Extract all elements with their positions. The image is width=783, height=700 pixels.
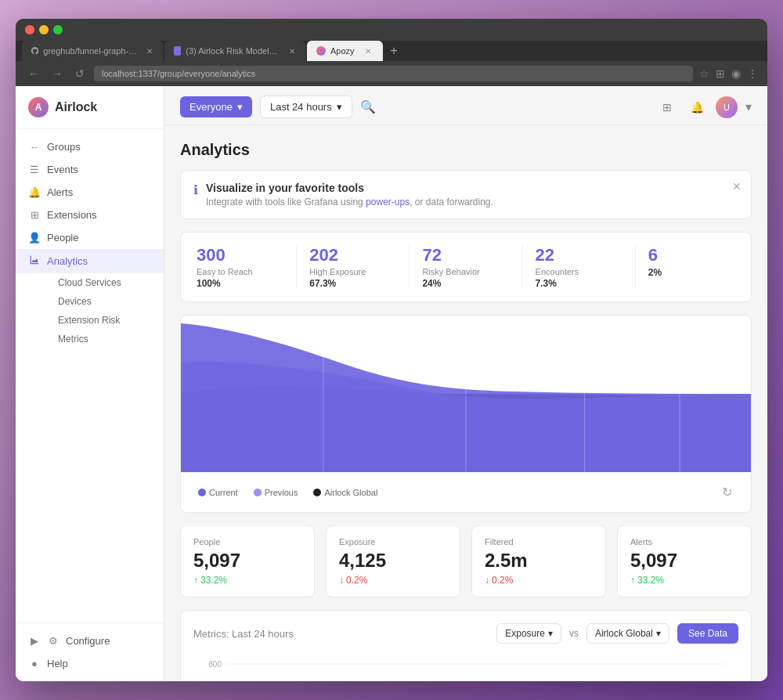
tab-apozy-favicon [316,46,326,56]
sidebar-item-extensions[interactable]: ⊞ Extensions [16,204,164,226]
sub-cloud-services[interactable]: Cloud Services [45,273,164,292]
stat-pct-4: 2% [648,267,735,278]
main-content: Everyone ▾ Last 24 hours ▾ 🔍 ⊞ 🔔 U ▾ [164,86,767,681]
bottom-section: Metrics: Last 24 hours Exposure ▾ vs Air… [180,610,752,681]
legend-previous-dot [254,489,262,496]
exposure-select[interactable]: Exposure ▾ [496,623,561,644]
sidebar-item-people[interactable]: 👤 People [16,226,164,249]
close-button[interactable] [25,25,34,34]
logo-text: Airlock [55,100,97,114]
grid-view-button[interactable]: ⊞ [656,96,678,118]
sidebar-item-help[interactable]: ● Help [16,652,164,675]
url-input[interactable]: localhost:1337/group/everyone/analytics [94,66,693,81]
fullscreen-button[interactable] [53,25,63,34]
sidebar: A Airlock ← Groups ☰ Events 🔔 Alerts ⊞ [16,86,164,681]
legend-current: Current [198,488,238,497]
header-right: ⊞ 🔔 U ▾ [656,96,752,118]
legend-previous: Previous [254,488,298,497]
extensions-icon: ⊞ [28,209,41,221]
sub-devices[interactable]: Devices [45,292,164,311]
metric-change-filtered: ↓ 0.2% [485,575,593,586]
sidebar-item-analytics[interactable]: Analytics [16,249,164,273]
sidebar-item-groups[interactable]: ← Groups [16,135,164,158]
sidebar-item-events[interactable]: ☰ Events [16,158,164,181]
profile-icon[interactable]: ◉ [731,67,741,80]
bookmark-icon[interactable]: ☆ [699,67,709,80]
metrics-cards: People 5,097 ↑ 33.2% Exposure 4,125 ↓ 0.… [180,525,752,597]
stat-label-0: Easy to Reach [197,267,283,276]
tab-github-close[interactable]: ✕ [145,45,153,56]
banner-title: Visualize in your favorite tools [206,182,493,194]
banner-close-button[interactable]: ✕ [732,180,742,193]
tab-airlock[interactable]: (3) Airlock Risk Model | Funne... ✕ [164,41,305,61]
stat-easy-to-reach: 300 Easy to Reach 100% [197,245,297,289]
power-ups-link[interactable]: power-ups [366,197,410,207]
stat-number-2: 72 [422,245,509,265]
tab-apozy[interactable]: Apozy ✕ [307,41,383,61]
funnel-chart-card: Current Previous Airlock Global ↻ [180,315,752,513]
tab-airlock-favicon [174,46,181,56]
svg-text:800: 800 [208,660,222,669]
global-chevron: ▾ [656,628,661,639]
metric-value-exposure: 4,125 [339,550,447,572]
stat-number-4: 6 [648,245,735,265]
user-menu-chevron[interactable]: ▾ [745,99,752,114]
reload-button[interactable]: ↺ [72,66,88,81]
stat-encounters: 22 Encounters 7.3% [536,245,636,289]
chart-refresh-button[interactable]: ↻ [713,478,742,506]
tab-apozy-close[interactable]: ✕ [363,45,373,56]
banner-content: Visualize in your favorite tools Integra… [206,182,493,207]
vs-text: vs [569,628,579,639]
group-label: Everyone [189,101,233,113]
banner-text: Integrate with tools like Grafana using … [206,197,493,207]
stat-high-exposure: 202 High Exposure 67.3% [309,245,410,289]
metric-change-value-exposure: 0.2% [346,575,367,586]
sub-extension-risk[interactable]: Extension Risk [45,311,164,330]
metric-change-exposure: ↓ 0.2% [339,575,447,586]
metric-card-exposure: Exposure 4,125 ↓ 0.2% [326,525,460,597]
puzzle-icon[interactable]: ⊞ [716,67,725,80]
global-select[interactable]: Airlock Global ▾ [586,623,669,644]
sidebar-item-label-events: Events [47,164,78,175]
address-bar: ← → ↺ localhost:1337/group/everyone/anal… [16,61,767,86]
back-button[interactable]: ← [25,66,42,81]
stat-pct-1: 67.3% [309,278,396,289]
bottom-chart-header: Metrics: Last 24 hours Exposure ▾ vs Air… [193,623,738,644]
legend-global: Airlock Global [313,488,377,497]
tab-apozy-label: Apozy [330,46,355,56]
configure-icon: ⚙ [47,635,60,647]
minimize-button[interactable] [39,25,49,34]
notification-button[interactable]: 🔔 [686,96,708,118]
stat-risky-behavior: 72 Risky Behavior 24% [422,245,522,289]
metric-change-people: ↑ 33.2% [193,575,301,586]
new-tab-button[interactable]: + [384,41,404,61]
sidebar-item-label-analytics: Analytics [47,255,88,267]
metric-change-alerts: ↑ 33.2% [630,575,738,586]
sidebar-item-alerts[interactable]: 🔔 Alerts [16,181,164,204]
sidebar-nav: ← Groups ☰ Events 🔔 Alerts ⊞ Extensions … [16,129,164,622]
logo-icon: A [28,97,49,117]
menu-icon[interactable]: ⋮ [747,67,758,80]
legend-global-dot [313,489,321,496]
groups-icon: ← [28,141,41,153]
main-header: Everyone ▾ Last 24 hours ▾ 🔍 ⊞ 🔔 U ▾ [164,86,767,125]
see-data-button[interactable]: See Data [677,623,738,644]
metric-value-alerts: 5,097 [630,550,738,572]
tab-github[interactable]: greghub/funnel-graph-js: SVG... ✕ [22,41,163,61]
group-chevron-icon: ▾ [237,101,243,113]
sidebar-item-label-alerts: Alerts [47,186,73,198]
legend-current-label: Current [209,488,238,497]
search-button[interactable]: 🔍 [360,99,376,114]
user-avatar[interactable]: U [716,96,738,118]
url-text: localhost:1337/group/everyone/analytics [102,69,255,78]
banner-text-before: Integrate with tools like Grafana using [206,197,366,207]
forward-button[interactable]: → [49,66,66,81]
global-label: Airlock Global [595,628,653,639]
group-dropdown[interactable]: Everyone ▾ [180,96,252,117]
stat-number-1: 202 [309,245,396,265]
funnel-chart-svg [181,316,751,472]
tab-airlock-close[interactable]: ✕ [287,45,296,56]
sidebar-item-configure[interactable]: ▶ ⚙ Configure [16,630,164,652]
time-dropdown[interactable]: Last 24 hours ▾ [260,96,352,118]
sub-metrics[interactable]: Metrics [45,330,164,348]
